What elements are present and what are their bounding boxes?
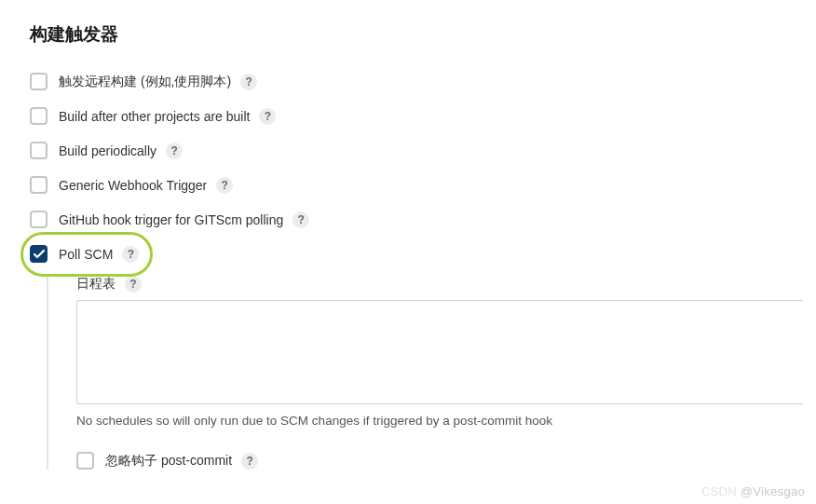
ignore-post-commit-row: 忽略钩子 post-commit ?	[76, 452, 786, 470]
help-icon[interactable]: ?	[166, 143, 183, 159]
help-icon[interactable]: ?	[216, 177, 233, 194]
trigger-label: Poll SCM	[59, 247, 113, 262]
trigger-poll-scm: Poll SCM ?	[30, 245, 786, 263]
help-icon[interactable]: ?	[125, 276, 142, 293]
trigger-label: 触发远程构建 (例如,使用脚本)	[59, 74, 231, 90]
schedule-label: 日程表	[76, 276, 116, 293]
help-icon[interactable]: ?	[259, 108, 276, 125]
ignore-post-commit-label: 忽略钩子 post-commit	[105, 453, 232, 470]
trigger-build-periodically: Build periodically ?	[30, 142, 786, 159]
checkbox-build-after[interactable]	[30, 107, 48, 125]
trigger-label: GitHub hook trigger for GITScm polling	[59, 212, 283, 227]
schedule-label-row: 日程表 ?	[76, 276, 786, 293]
section-heading: 构建触发器	[30, 22, 786, 47]
help-icon[interactable]: ?	[292, 211, 309, 228]
schedule-hint: No schedules so will only run due to SCM…	[76, 414, 786, 428]
checkbox-remote-build[interactable]	[30, 73, 48, 90]
help-icon[interactable]: ?	[241, 453, 258, 470]
checkbox-poll-scm[interactable]	[30, 245, 48, 263]
trigger-generic-webhook: Generic Webhook Trigger ?	[30, 176, 786, 194]
trigger-github-hook: GitHub hook trigger for GITScm polling ?	[30, 211, 786, 228]
trigger-label: Generic Webhook Trigger	[59, 178, 207, 193]
trigger-label: Build after other projects are built	[59, 109, 250, 124]
checkbox-generic-webhook[interactable]	[30, 176, 48, 194]
trigger-build-after: Build after other projects are built ?	[30, 107, 786, 125]
schedule-input[interactable]	[76, 300, 803, 404]
trigger-label: Build periodically	[59, 143, 156, 158]
watermark: CSDN @Vikesgao	[701, 484, 805, 492]
poll-scm-subsection: 日程表 ? No schedules so will only run due …	[47, 276, 786, 470]
checkbox-build-periodically[interactable]	[30, 142, 48, 159]
checkbox-ignore-post-commit[interactable]	[76, 452, 94, 470]
checkbox-github-hook[interactable]	[30, 211, 48, 228]
trigger-remote-build: 触发远程构建 (例如,使用脚本) ?	[30, 73, 786, 90]
help-icon[interactable]: ?	[240, 74, 257, 90]
help-icon[interactable]: ?	[122, 246, 139, 263]
